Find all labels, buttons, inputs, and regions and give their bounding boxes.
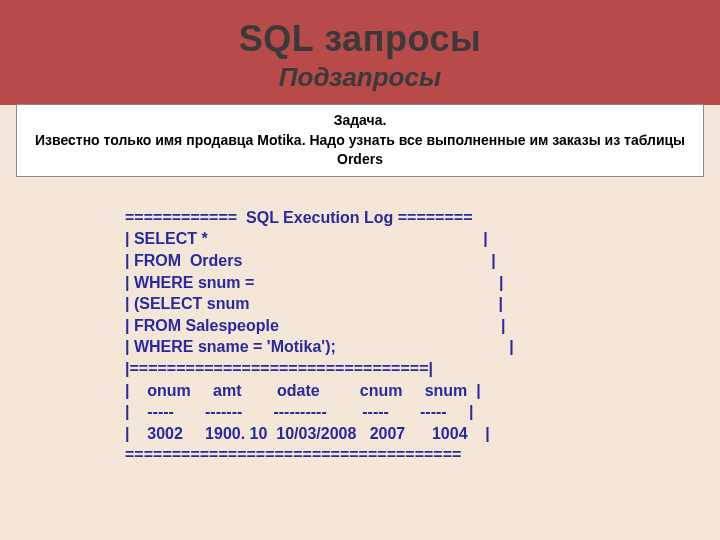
sql-line: | FROM Salespeople | bbox=[125, 317, 506, 334]
task-title: Задача. bbox=[27, 111, 693, 131]
slide-subtitle: Подзапросы bbox=[0, 62, 720, 93]
slide-title: SQL запросы bbox=[0, 18, 720, 60]
sql-line: | WHERE snum = | bbox=[125, 274, 503, 291]
table-dashes: | ----- ------- ---------- ----- ----- | bbox=[125, 403, 473, 420]
log-header: ============ SQL Execution Log ======== bbox=[125, 209, 472, 226]
sql-line: | WHERE sname = 'Motika'); | bbox=[125, 338, 514, 355]
log-footer: ==================================== bbox=[125, 446, 461, 463]
table-row: | 3002 1900. 10 10/03/2008 2007 1004 | bbox=[125, 425, 490, 442]
task-text: Известно только имя продавца Motika. Над… bbox=[27, 131, 693, 170]
slide-header: SQL запросы Подзапросы bbox=[0, 0, 720, 105]
sql-line: | FROM Orders | bbox=[125, 252, 496, 269]
divider: |================================| bbox=[125, 360, 433, 377]
task-description: Задача. Известно только имя продавца Mot… bbox=[16, 104, 704, 177]
sql-line: | (SELECT snum | bbox=[125, 295, 503, 312]
table-header: | onum amt odate cnum snum | bbox=[125, 382, 481, 399]
sql-line: | SELECT * | bbox=[125, 230, 488, 247]
sql-execution-log: ============ SQL Execution Log ======== … bbox=[125, 207, 595, 466]
